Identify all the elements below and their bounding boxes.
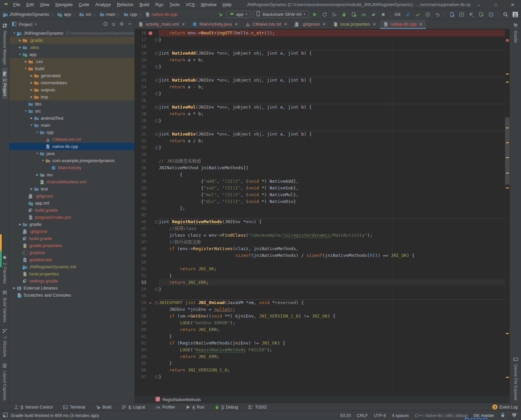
menu-run[interactable]: Run (152, 2, 166, 7)
tree-item-scratches-and-consoles[interactable]: Scratches and Consoles (9, 292, 134, 299)
tree-item-com-example-jniregisterdynamic[interactable]: ▼com.example.jniregisterdynamic (9, 157, 134, 164)
tree-expander-icon[interactable]: ▶ (29, 187, 34, 190)
tree-expander-icon[interactable]: ▼ (12, 32, 17, 35)
breadcrumb-function[interactable]: RegistNativeMethods (162, 397, 201, 402)
tree-item--cxx[interactable]: ▶.cxx (9, 58, 134, 65)
tree-item-androidmanifest-xml[interactable]: MFAndroidManifest.xml (9, 178, 134, 185)
code-line-34[interactable]: 34 (135, 151, 505, 158)
code-line-29[interactable]: 29−} (135, 117, 505, 124)
fold-end-icon[interactable]: − (154, 65, 159, 68)
tree-expander-icon[interactable]: ▼ (35, 131, 39, 134)
sdk-manager-button[interactable] (487, 11, 495, 18)
tree-item--idea[interactable]: ▶.idea (9, 44, 134, 51)
tab-close-icon[interactable]: ✕ (235, 22, 238, 27)
code-line-45[interactable]: 45 //获得class (135, 225, 505, 232)
code-line-19[interactable]: 19−jint NativeAdd(JNIEnv *env, jobject o… (135, 50, 505, 57)
close-button[interactable]: ✕ (507, 2, 518, 7)
fold-end-icon[interactable]: − (154, 288, 159, 291)
status-message[interactable]: Gradle build finished in 659 ms (3 minut… (11, 413, 99, 418)
tree-item-build-gradle[interactable]: build.gradle (9, 235, 134, 242)
menu-edit[interactable]: Edit (23, 2, 37, 7)
tab-close-icon[interactable]: ✕ (419, 22, 423, 27)
code-line-46[interactable]: 46 jclass clazz = env->FindClass("com/ex… (135, 232, 505, 239)
code-line-67[interactable]: 67−} (135, 373, 505, 380)
tree-item-cpp[interactable]: ▼cpp (9, 129, 134, 136)
tree-expander-icon[interactable]: ▶ (12, 287, 17, 290)
breadcrumb-item-app[interactable]: app (56, 12, 72, 17)
code-line-47[interactable]: 47 //执行动态注册 (135, 239, 505, 245)
code-line-40[interactable]: 40 {"mul", "(II)I", (void *) NativeMul}, (135, 191, 505, 198)
run-window-button[interactable] (458, 11, 465, 18)
code-line-60[interactable]: 60 return JNI_ERR; (135, 326, 505, 333)
tree-item-cmakelists-txt[interactable]: CMakeLists.txt (9, 136, 134, 143)
code-line-27[interactable]: 27−jint NativeMul(JNIEnv *env, jobject o… (135, 104, 505, 111)
breadcrumb-item-jniregisterdynamic[interactable]: JNIRegisterDynamic (2, 12, 50, 17)
toolwindow-button-version-control[interactable]: 9: Version Control (13, 404, 53, 410)
error-stripe-breakpoint-mark[interactable] (506, 39, 509, 42)
tree-item-gradle[interactable]: ▶gradle (9, 221, 134, 228)
code-line-41[interactable]: 41 {"div", "(II)I", (void *) NativeDiv} (135, 198, 505, 205)
layout-inspector-button[interactable] (478, 11, 485, 18)
code-line-64[interactable]: 64 return JNI_ERR; (135, 353, 505, 360)
code-line-49[interactable]: 49 sizeof(jniNativeMethods) / sizeof(jni… (135, 252, 505, 259)
attach-debugger-button[interactable] (350, 11, 358, 18)
toolwindow-toggle-icon[interactable] (3, 412, 8, 419)
breadcrumb-item-main[interactable]: main (99, 12, 116, 17)
code-line-50[interactable]: 50 (135, 259, 505, 266)
code-line-31[interactable]: 31−jint NativeDiv(JNIEnv *env, jobject o… (135, 131, 505, 138)
editor-tab-activity-main-xml[interactable]: <>activity_main.xml✕ (135, 20, 189, 29)
tree-expander-icon[interactable]: ▼ (24, 67, 28, 70)
code-line-32[interactable]: 32 return a / b; (135, 138, 505, 144)
code-line-30[interactable]: 30 (135, 124, 505, 131)
code-editor[interactable]: 16 return env->NewStringUTF(hello.c_str(… (135, 29, 510, 396)
collapse-all-button[interactable] (111, 21, 116, 28)
editor-tab-native-lib-cpp[interactable]: C++native-lib.cpp✕ (380, 20, 426, 29)
toolwindow-button-todo[interactable]: TODO (248, 404, 267, 410)
tree-expander-icon[interactable]: ▶ (18, 39, 22, 42)
code-line-51[interactable]: 51 return JNI_OK; (135, 266, 505, 272)
debug-button[interactable] (340, 11, 348, 18)
rollback-button[interactable] (434, 11, 441, 18)
fold-start-icon[interactable]: − (154, 220, 159, 223)
device-manager-button[interactable] (448, 11, 456, 18)
override-marker-icon[interactable]: ⇄ (146, 301, 154, 305)
error-stripe-warning-mark[interactable] (506, 377, 509, 378)
editor-tab-cmakelists-txt[interactable]: CMakeLists.txt✕ (242, 20, 291, 29)
code-line-61[interactable]: 61 } (135, 333, 505, 340)
event-log-button[interactable]: 3 Event Log (492, 404, 518, 410)
caret-position[interactable]: 53:20 (340, 413, 351, 418)
code-line-23[interactable]: 23−jint NativeSub(JNIEnv *env, jobject o… (135, 77, 505, 84)
tool-strip-build-variants[interactable]: Build Variants (2, 287, 7, 325)
tree-expander-icon[interactable]: ▶ (29, 95, 34, 98)
tree-item--gitignore[interactable]: .gitignore (9, 228, 134, 235)
tree-item-build[interactable]: ▼build (9, 65, 134, 72)
tree-expander-icon[interactable]: ▶ (29, 88, 34, 91)
tree-expander-icon[interactable]: ▼ (29, 124, 34, 127)
profile-button[interactable] (360, 11, 367, 18)
code-line-35[interactable]: 35// JNI函数签名数组 (135, 158, 505, 164)
code-line-22[interactable]: 22 (135, 70, 505, 77)
tree-item-settings-gradle[interactable]: settings.gradle (9, 277, 134, 284)
editor-tab-local-properties[interactable]: local.properties✕ (330, 20, 380, 29)
tree-item-jniregisterdynamic-iml[interactable]: JNIRegisterDynamic.iml (9, 263, 134, 270)
code-line-20[interactable]: 20 return a + b; (135, 57, 505, 63)
build-configuration[interactable]: C++: native-lib | x86 | debug (415, 413, 467, 418)
fold-start-icon[interactable]: − (154, 301, 159, 304)
menu-tools[interactable]: Tools (166, 2, 183, 7)
code-line-25[interactable]: 25−} (135, 90, 505, 97)
error-stripe-warning-mark[interactable] (506, 187, 509, 188)
code-line-17[interactable]: 17−} (135, 36, 505, 43)
breakpoint-icon[interactable] (146, 31, 154, 35)
tree-item-gradlew[interactable]: gradlew (9, 249, 134, 256)
editor-tab-mainactivity-java[interactable]: CMainActivity.java✕ (189, 20, 242, 29)
restart-activity-button[interactable] (321, 11, 328, 18)
code-line-24[interactable]: 24 return a - b; (135, 84, 505, 90)
toolwindow-button-build[interactable]: Build (95, 404, 112, 410)
error-stripe-warning-mark[interactable] (506, 333, 509, 334)
toolwindow-button-run[interactable]: 4: Run (185, 404, 204, 410)
tree-item-main[interactable]: ▼main (9, 122, 134, 129)
debug-android-button[interactable] (370, 11, 377, 18)
tree-item--gitignore[interactable]: .gitignore (9, 192, 134, 200)
device-select[interactable]: blackshark SKW-A0▼ (253, 11, 308, 18)
menu-view[interactable]: View (37, 2, 52, 7)
